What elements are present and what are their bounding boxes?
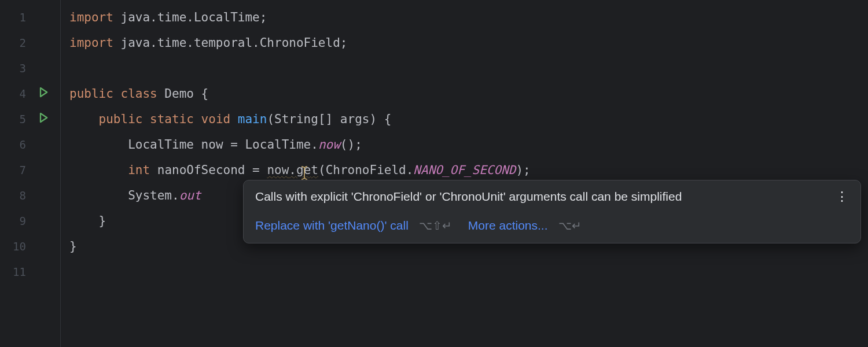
brace: {: [194, 87, 208, 101]
keyword: static: [142, 112, 194, 126]
line-number: 6: [0, 138, 32, 151]
tooltip-header: Calls with explicit 'ChronoField' or 'Ch…: [255, 190, 849, 204]
indent: [69, 189, 128, 202]
gutter-row: 6: [0, 132, 60, 157]
code-line[interactable]: LocalTime now = LocalTime.now();: [69, 132, 868, 157]
object-ref: now: [267, 163, 289, 177]
indent: [69, 138, 128, 152]
code-area[interactable]: import java.time.LocalTime; import java.…: [61, 0, 868, 347]
more-actions-link[interactable]: More actions...: [468, 219, 548, 232]
punct: .: [172, 189, 179, 202]
line-number: 9: [0, 215, 32, 227]
class-name: Demo: [157, 87, 194, 101]
gutter-row: 10: [0, 234, 60, 259]
code-text: java.time.temporal.ChronoField;: [113, 36, 348, 50]
code-line[interactable]: import java.time.LocalTime;: [69, 5, 868, 30]
run-icon[interactable]: [38, 112, 49, 127]
tooltip-action-group: Replace with 'getNano()' call ⌥⇧↵: [255, 219, 452, 232]
indent: [69, 163, 128, 177]
code-line[interactable]: import java.time.temporal.ChronoField;: [69, 30, 868, 56]
static-method: now: [318, 138, 340, 152]
param: args: [340, 112, 370, 126]
gutter-row: 4: [0, 81, 60, 106]
punct: []: [318, 112, 340, 126]
brace: }: [99, 214, 106, 228]
gutter-row: 9: [0, 208, 60, 234]
more-icon[interactable]: ⋮: [836, 194, 849, 200]
line-number: 5: [0, 113, 32, 125]
punct: (: [318, 163, 326, 177]
tooltip-title: Calls with explicit 'ChronoField' or 'Ch…: [255, 190, 682, 204]
line-number: 3: [0, 62, 32, 75]
code-line[interactable]: [69, 259, 868, 285]
gutter: 1 2 3 4 5 6 7 8 9: [0, 0, 61, 347]
punct: .: [311, 138, 318, 152]
code-line[interactable]: int nanoOfSecond = now.get(ChronoField.N…: [69, 157, 868, 183]
gutter-row: 3: [0, 56, 60, 81]
line-number: 2: [0, 36, 32, 49]
keyword: public: [69, 87, 113, 101]
code-line[interactable]: public class Demo {: [69, 81, 868, 106]
brace: }: [69, 239, 77, 253]
type: LocalTime: [128, 138, 201, 152]
keyword: int: [128, 163, 150, 177]
shortcut-label: ⌥↵: [558, 219, 582, 232]
var: now: [201, 138, 223, 152]
method-name: main: [230, 112, 267, 126]
keyword: void: [194, 112, 230, 126]
punct: ) {: [369, 112, 391, 126]
gutter-row: 1: [0, 5, 60, 30]
gutter-row: 5: [0, 106, 60, 132]
gutter-row: 8: [0, 183, 60, 208]
keyword: public: [99, 112, 143, 126]
indent: [69, 112, 99, 126]
line-number: 7: [0, 164, 32, 176]
gutter-row: 11: [0, 259, 60, 285]
static-field: out: [179, 189, 201, 202]
var: nanoOfSecond: [150, 163, 245, 177]
keyword: import: [69, 36, 113, 50]
keyword: class: [113, 87, 157, 101]
shortcut-label: ⌥⇧↵: [419, 219, 452, 232]
class-ref: System: [128, 189, 172, 202]
constant: NANO_OF_SECOND: [413, 163, 516, 177]
code-text: java.time.LocalTime;: [113, 10, 267, 24]
run-icon[interactable]: [38, 87, 49, 101]
line-number: 4: [0, 87, 32, 100]
punct: =: [223, 138, 245, 152]
code-line[interactable]: [69, 56, 868, 81]
inspection-tooltip: Calls with explicit 'ChronoField' or 'Ch…: [243, 180, 861, 243]
class-ref: LocalTime: [245, 138, 311, 152]
type: String: [274, 112, 318, 126]
indent: [69, 214, 99, 228]
line-number: 11: [0, 265, 32, 278]
quick-fix-link[interactable]: Replace with 'getNano()' call: [255, 219, 409, 232]
punct: =: [245, 163, 267, 177]
tooltip-action-group: More actions... ⌥↵: [468, 219, 582, 232]
line-number: 1: [0, 11, 32, 24]
punct: (: [267, 112, 274, 126]
line-number: 10: [0, 240, 32, 253]
keyword: import: [69, 10, 113, 24]
gutter-row: 7: [0, 157, 60, 183]
punct: .: [289, 163, 296, 177]
tooltip-actions: Replace with 'getNano()' call ⌥⇧↵ More a…: [255, 219, 849, 232]
gutter-row: 2: [0, 30, 60, 56]
punct: .: [406, 163, 414, 177]
class-ref: ChronoField: [326, 163, 406, 177]
method-call: t: [311, 163, 318, 177]
line-number: 8: [0, 189, 32, 202]
punct: ();: [340, 138, 362, 152]
code-editor: 1 2 3 4 5 6 7 8 9: [0, 0, 868, 347]
code-line[interactable]: public static void main(String[] args) {: [69, 106, 868, 132]
punct: );: [516, 163, 530, 177]
